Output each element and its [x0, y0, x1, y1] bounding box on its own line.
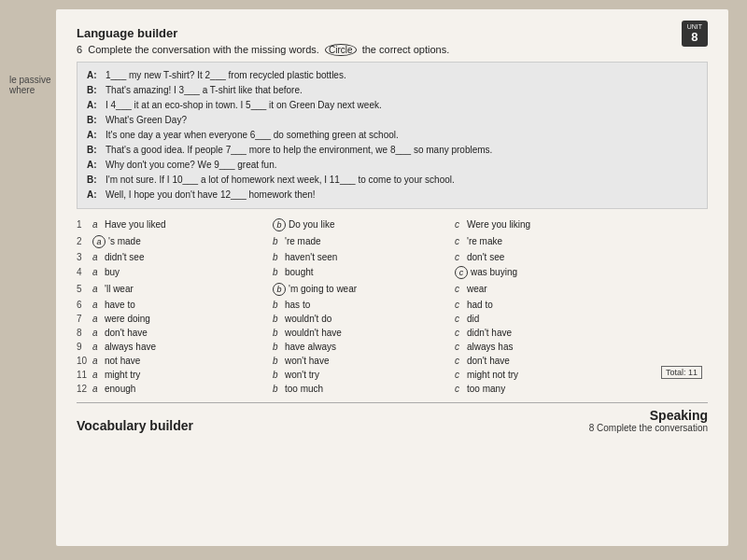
- answer-5c: c wear: [455, 281, 651, 297]
- conv-text-6: That's a good idea. If people 7___ more …: [106, 143, 698, 158]
- speaker-a3: A:: [87, 128, 102, 143]
- answer-6a: 6 a have to: [77, 298, 273, 311]
- speaker-b4: B:: [87, 173, 102, 188]
- conv-line-6: B: That's a good idea. If people 7___ mo…: [87, 143, 698, 158]
- answer-10a: 10 a not have: [77, 354, 273, 367]
- conv-text-4: What's Green Day?: [106, 113, 698, 128]
- total-box: Total: 11: [661, 366, 702, 379]
- answer-3b: b haven't seen: [273, 250, 455, 263]
- conv-line-9: A: Well, I hope you don't have 12___ hom…: [87, 188, 698, 203]
- left-edge-passive: le passive where: [9, 75, 50, 95]
- answer-7b: b wouldn't do: [273, 312, 455, 325]
- answer-4a: 4 a buy: [77, 264, 273, 280]
- answer-11c: c might not try Total: 11: [455, 368, 651, 381]
- answer-11b: b won't try: [273, 368, 455, 381]
- answer-4b: b bought: [273, 264, 455, 280]
- answer-7c: c did: [455, 312, 651, 325]
- vocab-builder-title: Vocabulary builder: [77, 418, 193, 433]
- conv-text-9: Well, I hope you don't have 12___ homewo…: [106, 188, 698, 203]
- exercise-number: 6: [77, 44, 82, 55]
- answer-2a: 2 a 's made: [77, 233, 273, 249]
- conv-line-8: B: I'm not sure. If I 10___ a lot of hom…: [87, 173, 698, 188]
- conv-line-7: A: Why don't you come? We 9___ great fun…: [87, 158, 698, 173]
- conv-text-7: Why don't you come? We 9___ great fun.: [106, 158, 698, 173]
- answer-3a: 3 a didn't see: [77, 250, 273, 263]
- answer-9a: 9 a always have: [77, 340, 273, 353]
- answer-12a: 12 a enough: [77, 382, 273, 395]
- answer-4c: c was buying: [455, 264, 651, 280]
- answer-12b: b too much: [273, 382, 455, 395]
- speaker-b1: B:: [87, 83, 102, 98]
- answer-10b: b won't have: [273, 354, 455, 367]
- answers-grid: 1 a Have you liked b Do you like c Were …: [77, 217, 708, 395]
- conv-text-3: I 4___ it at an eco-shop in town. I 5___…: [106, 98, 698, 113]
- answer-6b: b has to: [273, 298, 455, 311]
- speaker-a5: A:: [87, 188, 102, 203]
- answer-9c: c always has: [455, 340, 651, 353]
- speaker-b3: B:: [87, 143, 102, 158]
- conv-text-8: I'm not sure. If I 10___ a lot of homewo…: [106, 173, 698, 188]
- exercise-instruction: 6 Complete the conversation with the mis…: [77, 44, 708, 56]
- instruction-text: Complete the conversation with the missi…: [88, 44, 319, 55]
- circle-word: Circle: [325, 44, 357, 56]
- answer-9b: b have always: [273, 340, 455, 353]
- answer-8b: b wouldn't have: [273, 326, 455, 339]
- conversation-box: A: 1___ my new T-shirt? It 2___ from rec…: [77, 62, 708, 209]
- conv-line-2: B: That's amazing! I 3___ a T-shirt like…: [87, 83, 698, 98]
- conv-text-5: It's one day a year when everyone 6___ d…: [106, 128, 698, 143]
- answer-1c: c Were you liking: [455, 217, 651, 232]
- answer-1b: b Do you like: [273, 217, 455, 232]
- answer-3c: c don't see: [455, 250, 651, 263]
- speaker-a1: A:: [87, 68, 102, 83]
- conv-text-2: That's amazing! I 3___ a T-shirt like th…: [106, 83, 698, 98]
- section-title: Language builder: [77, 26, 708, 40]
- answer-7a: 7 a were doing: [77, 312, 273, 325]
- answer-5a: 5 a 'll wear: [77, 281, 273, 297]
- answer-5b: b 'm going to wear: [273, 281, 455, 297]
- instruction-end: the correct options.: [362, 44, 450, 55]
- conv-line-4: B: What's Green Day?: [87, 113, 698, 128]
- conv-text-1: 1___ my new T-shirt? It 2___ from recycl…: [106, 68, 698, 83]
- answer-12c: c too many: [455, 382, 651, 395]
- speaking-section: Speaking 8 Complete the conversation: [589, 408, 708, 433]
- conv-line-3: A: I 4___ it at an eco-shop in town. I 5…: [87, 98, 698, 113]
- speaker-a2: A:: [87, 98, 102, 113]
- answer-2c: c 're make: [455, 233, 651, 249]
- answer-11a: 11 a might try: [77, 368, 273, 381]
- conv-line-1: A: 1___ my new T-shirt? It 2___ from rec…: [87, 68, 698, 83]
- speaker-a4: A:: [87, 158, 102, 173]
- answer-8a: 8 a don't have: [77, 326, 273, 339]
- answer-8c: c didn't have: [455, 326, 651, 339]
- conv-line-5: A: It's one day a year when everyone 6__…: [87, 128, 698, 143]
- speaker-b2: B:: [87, 113, 102, 128]
- answer-10c: c don't have: [455, 354, 651, 367]
- answer-6c: c had to: [455, 298, 651, 311]
- answer-2b: b 're made: [273, 233, 455, 249]
- unit-badge: UNIT 8: [682, 21, 708, 47]
- answer-1a: 1 a Have you liked: [77, 217, 273, 232]
- page-container: UNIT 8 Language builder 6 Complete the c…: [56, 9, 728, 546]
